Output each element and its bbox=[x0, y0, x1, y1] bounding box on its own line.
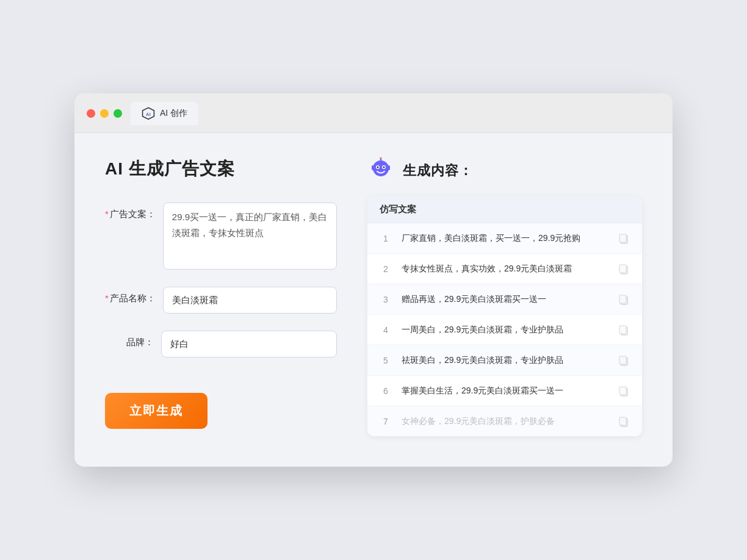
copy-icon[interactable] bbox=[618, 293, 630, 306]
brand-label: 品牌： bbox=[105, 331, 154, 348]
copy-icon[interactable] bbox=[618, 324, 630, 336]
svg-rect-24 bbox=[619, 417, 626, 425]
svg-rect-16 bbox=[619, 295, 626, 303]
titlebar: AI AI 创作 bbox=[74, 93, 673, 133]
bot-icon bbox=[367, 157, 394, 184]
row-number: 3 bbox=[380, 295, 392, 304]
svg-rect-20 bbox=[619, 356, 626, 364]
table-row: 6 掌握美白生活，29.9元美白淡斑霜买一送一 bbox=[367, 376, 642, 406]
table-row: 1 厂家直销，美白淡斑霜，买一送一，29.9元抢购 bbox=[367, 223, 642, 254]
form-group-product-name: *产品名称： bbox=[105, 287, 337, 314]
svg-rect-12 bbox=[619, 234, 626, 242]
svg-rect-22 bbox=[619, 387, 626, 395]
svg-point-5 bbox=[377, 167, 379, 168]
table-row: 7 女神必备，29.9元美白淡斑霜，护肤必备 bbox=[367, 406, 642, 436]
svg-rect-10 bbox=[388, 165, 390, 170]
svg-rect-14 bbox=[619, 265, 626, 273]
copy-icon[interactable] bbox=[618, 232, 630, 245]
result-title: 生成内容： bbox=[403, 162, 473, 180]
close-button[interactable] bbox=[87, 109, 95, 118]
ad-copy-label: *广告文案： bbox=[105, 203, 156, 220]
table-row: 4 一周美白，29.9元美白淡斑霜，专业护肤品 bbox=[367, 315, 642, 345]
browser-window: AI AI 创作 AI 生成广告文案 *广告文案： 29.9买一送一，真正的厂家… bbox=[74, 93, 673, 467]
form-group-ad-copy: *广告文案： 29.9买一送一，真正的厂家直销，美白淡斑霜，专抹女性斑点 bbox=[105, 203, 337, 270]
row-number: 2 bbox=[380, 264, 392, 274]
product-name-input[interactable] bbox=[163, 287, 337, 314]
svg-rect-18 bbox=[619, 326, 626, 334]
tab-ai-create[interactable]: AI AI 创作 bbox=[131, 102, 198, 125]
result-header: 生成内容： bbox=[367, 157, 642, 184]
svg-point-2 bbox=[373, 160, 389, 176]
row-text: 女神必备，29.9元美白淡斑霜，护肤必备 bbox=[402, 415, 608, 428]
row-text: 祛斑美白，29.9元美白淡斑霜，专业护肤品 bbox=[402, 354, 608, 367]
copy-icon[interactable] bbox=[618, 354, 630, 367]
ai-tab-icon: AI bbox=[142, 107, 155, 120]
ad-copy-textarea[interactable]: 29.9买一送一，真正的厂家直销，美白淡斑霜，专抹女性斑点 bbox=[163, 203, 337, 270]
row-number: 6 bbox=[380, 386, 392, 396]
required-star: * bbox=[105, 209, 109, 219]
form-group-brand: 品牌： bbox=[105, 331, 337, 357]
copy-icon[interactable] bbox=[618, 385, 630, 397]
page-title: AI 生成广告文案 bbox=[105, 157, 337, 181]
svg-point-8 bbox=[380, 157, 382, 159]
svg-point-6 bbox=[383, 167, 385, 168]
row-text: 厂家直销，美白淡斑霜，买一送一，29.9元抢购 bbox=[402, 232, 608, 245]
svg-text:AI: AI bbox=[146, 112, 151, 117]
tab-bar: AI AI 创作 bbox=[131, 102, 198, 125]
result-table: 仿写文案 1 厂家直销，美白淡斑霜，买一送一，29.9元抢购 2 专抹女性斑点，… bbox=[367, 196, 642, 436]
row-text: 一周美白，29.9元美白淡斑霜，专业护肤品 bbox=[402, 323, 608, 336]
main-content: AI 生成广告文案 *广告文案： 29.9买一送一，真正的厂家直销，美白淡斑霜，… bbox=[74, 133, 673, 467]
copy-icon[interactable] bbox=[618, 263, 630, 275]
maximize-button[interactable] bbox=[114, 109, 122, 118]
row-number: 7 bbox=[380, 417, 392, 426]
required-star-2: * bbox=[105, 293, 109, 303]
product-name-label: *产品名称： bbox=[105, 287, 156, 304]
row-text: 赠品再送，29.9元美白淡斑霜买一送一 bbox=[402, 293, 608, 306]
brand-input[interactable] bbox=[161, 331, 337, 357]
table-row: 5 祛斑美白，29.9元美白淡斑霜，专业护肤品 bbox=[367, 345, 642, 376]
right-panel: 生成内容： 仿写文案 1 厂家直销，美白淡斑霜，买一送一，29.9元抢购 2 专… bbox=[367, 157, 642, 436]
minimize-button[interactable] bbox=[100, 109, 109, 118]
row-number: 4 bbox=[380, 325, 392, 335]
svg-rect-9 bbox=[372, 165, 374, 170]
table-row: 3 赠品再送，29.9元美白淡斑霜买一送一 bbox=[367, 284, 642, 315]
row-number: 5 bbox=[380, 356, 392, 365]
generate-button[interactable]: 立即生成 bbox=[105, 393, 208, 429]
row-text: 专抹女性斑点，真实功效，29.9元美白淡斑霜 bbox=[402, 262, 608, 275]
table-header: 仿写文案 bbox=[367, 196, 642, 223]
tab-label: AI 创作 bbox=[160, 108, 187, 119]
left-panel: AI 生成广告文案 *广告文案： 29.9买一送一，真正的厂家直销，美白淡斑霜，… bbox=[105, 157, 337, 429]
traffic-lights bbox=[87, 109, 122, 118]
row-text: 掌握美白生活，29.9元美白淡斑霜买一送一 bbox=[402, 384, 608, 397]
row-number: 1 bbox=[380, 234, 392, 243]
table-row: 2 专抹女性斑点，真实功效，29.9元美白淡斑霜 bbox=[367, 254, 642, 284]
copy-icon[interactable] bbox=[618, 415, 630, 428]
